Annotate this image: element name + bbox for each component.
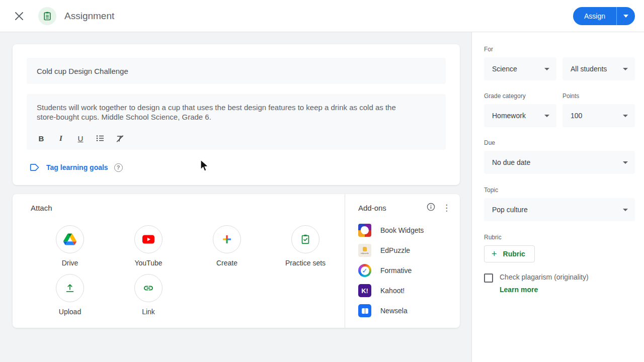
description-input[interactable]: Students will work together to design a … [27,94,446,150]
attach-addons-card: Attach Dr [13,194,460,328]
help-icon[interactable]: ? [114,163,123,172]
attach-item-label: Upload [59,308,81,316]
page-title: Assignment [64,11,114,22]
bulleted-list-icon[interactable] [96,134,105,143]
addon-label: EdPuzzle [380,246,410,254]
chevron-down-icon [623,209,628,211]
plagiarism-row: Check plagarism (originality) [484,273,635,283]
description-text: Students will work together to design a … [37,103,407,122]
underline-icon[interactable]: U [76,134,85,143]
points-select[interactable]: 100 [562,104,635,127]
attach-link-button[interactable]: Link [134,274,163,316]
newsela-icon [358,304,371,317]
formative-icon: ✓ [358,264,371,277]
tag-icon [30,163,40,172]
grade-category-select[interactable]: Homework [484,104,556,127]
addon-label: Newsela [380,307,408,315]
clear-formatting-icon[interactable] [115,134,124,143]
attach-title: Attach [31,204,345,212]
addon-label: Formative [380,266,412,275]
youtube-icon [134,225,163,253]
attach-item-label: Create [216,259,237,267]
chevron-down-icon [623,68,628,70]
attach-drive-button[interactable]: Drive [56,225,84,267]
points-label: Points [562,93,635,100]
chevron-down-icon [544,115,549,117]
grade-category-label: Grade category [484,93,556,100]
italic-icon[interactable]: I [56,134,65,143]
addon-kahoot[interactable]: K! Kahoot! [358,281,451,301]
link-icon [134,274,163,302]
addons-title: Add-ons [358,204,427,212]
tag-learning-goals-row: Tag learning goals ? [27,163,446,172]
attach-create-button[interactable]: Create [213,225,241,267]
rubric-label: Rubric [484,234,635,241]
attach-youtube-button[interactable]: YouTube [134,225,163,267]
chevron-down-icon [623,15,628,18]
due-label: Due [484,139,635,146]
drive-icon [56,225,84,253]
attach-item-label: Link [142,308,155,316]
topic-select[interactable]: Pop culture [484,198,635,221]
addon-book-widgets[interactable]: Book Widgets [358,220,451,240]
format-toolbar: B I U [37,134,436,143]
top-app-bar: Assignment Assign [0,0,644,32]
create-plus-icon [213,225,241,253]
settings-sidebar: For Science All students Grade category [471,32,644,362]
more-options-icon[interactable]: ⋮ [442,204,451,212]
main-content: Cold cup Design Challenge Students will … [0,32,471,362]
addons-panel: Add-ons ⋮ Book Widgets [345,194,460,328]
attach-item-label: Practice sets [285,259,326,267]
addon-edpuzzle[interactable]: edpuzzle EdPuzzle [358,240,451,260]
title-input[interactable]: Cold cup Design Challenge [27,58,446,84]
book-widgets-icon [358,224,371,237]
attach-item-label: YouTube [134,259,162,267]
assign-button[interactable]: Assign [573,7,617,25]
assign-split-button: Assign [573,7,635,25]
tag-learning-goals-label: Tag learning goals [46,163,108,171]
class-select[interactable]: Science [484,57,556,80]
assign-dropdown-button[interactable] [617,7,635,25]
addons-list: Book Widgets edpuzzle EdPuzzle ✓ Fo [358,220,451,321]
edpuzzle-icon: edpuzzle [358,244,371,257]
students-select[interactable]: All students [562,57,635,80]
assignment-details-card: Cold cup Design Challenge Students will … [13,44,460,185]
chevron-down-icon [623,115,628,117]
kahoot-icon: K! [358,284,371,297]
attach-item-label: Drive [62,259,78,267]
addon-formative[interactable]: ✓ Formative [358,260,451,281]
addon-newsela[interactable]: Newsela [358,301,451,321]
upload-icon [56,274,84,302]
plus-icon: + [492,249,497,258]
for-label: For [484,46,635,53]
plagiarism-checkbox[interactable] [484,274,493,283]
topic-label: Topic [484,187,635,194]
tag-learning-goals-link[interactable]: Tag learning goals [30,163,108,172]
attach-panel: Attach Dr [13,194,345,328]
addon-label: Kahoot! [380,287,405,295]
due-date-select[interactable]: No due date [484,151,635,174]
attach-practice-sets-button[interactable]: Practice sets [285,225,326,267]
addon-label: Book Widgets [380,226,424,234]
add-rubric-button[interactable]: + Rubric [484,245,535,262]
chevron-down-icon [544,68,549,70]
attach-upload-button[interactable]: Upload [56,274,84,316]
learn-more-link[interactable]: Learn more [500,286,538,294]
bold-icon[interactable]: B [37,134,46,143]
plagiarism-label: Check plagarism (originality) [500,273,589,281]
attach-grid: Drive YouTube [31,225,345,316]
practice-sets-icon [291,225,319,253]
assignment-clipboard-icon [38,7,56,25]
info-icon[interactable] [427,203,435,213]
chevron-down-icon [623,161,628,164]
close-icon[interactable] [12,9,26,23]
